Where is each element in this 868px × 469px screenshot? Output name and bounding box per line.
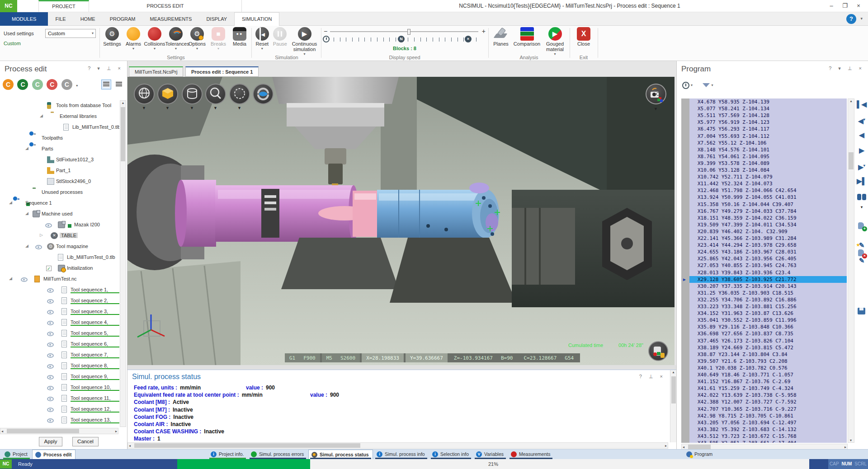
gcode-line[interactable]: X6.475 Y56.293 Z-104.117: [689, 126, 847, 132]
gcode-line[interactable]: X28.013 Y39.843 Z-103.936 C23.4: [689, 269, 847, 276]
tree-row[interactable]: ◢Sequence 1: [0, 198, 119, 209]
used-settings-select[interactable]: Custom▾: [45, 29, 96, 38]
close-simulation-button[interactable]: X Close: [573, 27, 594, 47]
reset-button[interactable]: ◀ Reset▾: [253, 27, 271, 56]
gcode-line[interactable]: X10.06 Y53.128 Z-104.084: [689, 167, 847, 174]
visibility-eye-icon[interactable]: [21, 277, 28, 282]
gcode-line[interactable]: X41.61 Y15.259 Z-103.749 C-4.324: [689, 385, 847, 392]
visibility-eye-icon[interactable]: [47, 386, 54, 390]
resequence-icon[interactable]: C: [17, 79, 28, 90]
tree-row[interactable]: Tool sequence 4,: [0, 317, 119, 328]
gcode-line[interactable]: X15.358 Y50.16 Z-104.044 C39.407: [689, 201, 847, 208]
chevron-down-icon[interactable]: ▼: [654, 107, 658, 111]
selection-circle-button[interactable]: [229, 84, 250, 104]
gcode-line[interactable]: X41.152 Y16.867 Z-103.76 C-2.69: [689, 378, 847, 385]
visibility-eye-icon[interactable]: [47, 342, 54, 347]
visibility-eye-icon[interactable]: [47, 418, 54, 423]
tree-row[interactable]: Tool sequence 3,: [0, 306, 119, 317]
bottom-tab-simul-process-errors[interactable]: Simul. process errors: [248, 450, 307, 460]
visibility-eye-icon[interactable]: [47, 364, 54, 369]
speed-plus-icon[interactable]: +: [482, 28, 486, 35]
gcode-line[interactable]: X9.399 Y53.578 Z-104.089: [689, 160, 847, 167]
resequence-options-icon[interactable]: C: [61, 79, 72, 90]
gcode-line[interactable]: X5.077 Y58.241 Z-104.134: [689, 105, 847, 112]
tree-row[interactable]: Toolpaths: [0, 133, 119, 144]
filter-funnel-icon[interactable]: [703, 83, 710, 87]
tree-caret-icon[interactable]: ◢: [25, 211, 28, 216]
chevron-down-icon[interactable]: ▼: [190, 106, 194, 110]
gcode-line[interactable]: X42.98 Y8.715 Z-103.705 C-10.861: [689, 413, 847, 419]
checkbox-icon[interactable]: ✓: [46, 266, 52, 271]
list-view-button[interactable]: [101, 80, 111, 89]
minimize-icon[interactable]: –: [826, 1, 837, 10]
zoom-button[interactable]: [205, 84, 226, 104]
gcode-line[interactable]: X24.655 Y43.186 Z-103.967 C28.031: [689, 249, 847, 255]
back-to-filter-button[interactable]: ◀▾: [856, 114, 868, 126]
resequence-tool-icon[interactable]: C: [32, 79, 43, 90]
tree-row[interactable]: Tool sequence 9,: [0, 371, 119, 382]
gcode-line[interactable]: X5.977 Y56.919 Z-104.123: [689, 119, 847, 126]
tree-row[interactable]: ▷✕TABLE: [0, 230, 119, 241]
visibility-eye-icon[interactable]: [47, 310, 54, 314]
context-group-process-edit[interactable]: PROCESS EDIT: [89, 0, 242, 12]
continuous-simulation-button[interactable]: ▶ Continuous simulation▾: [289, 27, 320, 56]
tree-row[interactable]: Lib_MillTurnTest_0.tlb: [0, 252, 119, 263]
gcode-line[interactable]: X18.151 Y48.359 Z-104.022 C36.159: [689, 215, 847, 221]
cancel-button[interactable]: Cancel: [72, 437, 99, 446]
tree-row[interactable]: Part_1: [0, 165, 119, 176]
play-forward-button[interactable]: ▶: [856, 145, 868, 156]
tree-row[interactable]: Unused processes: [0, 187, 119, 198]
chevron-down-icon[interactable]: ▾: [691, 83, 693, 87]
gcode-line[interactable]: X31.25 Y36.035 Z-103.903 C18.515: [689, 290, 847, 296]
apply-button[interactable]: Apply: [39, 437, 62, 446]
tree-row[interactable]: ◢Machine used: [0, 209, 119, 220]
horizontal-splitter[interactable]: [127, 365, 676, 370]
planes-button[interactable]: Planes: [491, 27, 512, 56]
gcode-line[interactable]: X35.89 Y29.116 Z-103.848 C10.366: [689, 324, 847, 330]
ribbon-tab-measurements[interactable]: MEASUREMENTS: [142, 12, 199, 26]
resequence-all-icon[interactable]: C: [3, 79, 14, 90]
gcode-line[interactable]: X40.649 Y18.46 Z-103.771 C-1.057: [689, 371, 847, 378]
gcode-line[interactable]: X27.053 Y40.855 Z-103.945 C24.763: [689, 262, 847, 269]
gcode-line[interactable]: X34.152 Y31.963 Z-103.87 C13.626: [689, 310, 847, 317]
gcode-line[interactable]: X4.678 Y58.935 Z-104.139: [689, 98, 847, 105]
gcode-line[interactable]: X19.509 Y47.399 Z-104.011 C34.534: [689, 221, 847, 228]
tree-caret-icon[interactable]: ◢: [25, 146, 28, 150]
visibility-eye-icon[interactable]: [47, 353, 54, 358]
bottom-tab-measurements[interactable]: Measurements: [508, 450, 554, 460]
tree-row[interactable]: Lib_MillTurnTest_0.tlb: [0, 122, 119, 133]
program-panel-header-icons[interactable]: ? ▾ ⊥ ×: [829, 66, 864, 71]
gcode-line[interactable]: X42.022 Y13.639 Z-103.738 C-5.958: [689, 392, 847, 399]
gcode-line[interactable]: X43.382 Y5.392 Z-103.683 C-14.132: [689, 426, 847, 433]
speed-slider-thumb[interactable]: [407, 29, 410, 35]
speed-minus-icon[interactable]: −: [324, 28, 327, 35]
tree-row[interactable]: ◢MillTurnTest.nc: [0, 274, 119, 285]
time-filter-icon[interactable]: [682, 82, 689, 89]
save-button[interactable]: [856, 305, 868, 317]
gcode-line[interactable]: X43.205 Y7.056 Z-103.694 C-12.497: [689, 419, 847, 426]
chevron-down-icon[interactable]: ▼: [165, 106, 170, 110]
gcode-line[interactable]: X16.767 Y49.279 Z-104.033 C37.784: [689, 208, 847, 215]
tree-row[interactable]: Tool sequence 8,: [0, 361, 119, 371]
gcode-line[interactable]: X8.761 Y54.061 Z-104.095: [689, 153, 847, 160]
status-panel-header-icons[interactable]: ? ⊥ ×: [639, 374, 665, 380]
gcode-line[interactable]: X37.465 Y26.173 Z-103.826 C7.104: [689, 338, 847, 344]
tree-caret-icon[interactable]: ◢: [25, 244, 28, 248]
gcode-line[interactable]: X36.698 Y27.656 Z-103.837 C8.735: [689, 330, 847, 337]
gcode-line[interactable]: X42.388 Y12.007 Z-103.727 C-7.592: [689, 399, 847, 405]
tree-row[interactable]: Tool sequence 1,: [0, 285, 119, 295]
chevron-down-icon[interactable]: ▾: [76, 84, 78, 88]
gcode-line[interactable]: X35.041 Y30.552 Z-103.859 C11.996: [689, 317, 847, 324]
help-icon[interactable]: ?: [846, 14, 856, 24]
tree-row[interactable]: Tool sequence 10,: [0, 382, 119, 393]
tolerances-button[interactable]: Tolerances▾: [165, 27, 187, 51]
gcode-line[interactable]: X30.207 Y37.335 Z-103.914 C20.143: [689, 283, 847, 290]
tree-row[interactable]: ◢Parts: [0, 144, 119, 155]
gcode-line[interactable]: X43.595 Y2.051 Z-103.661 C-17.404: [689, 440, 847, 443]
speed-max-badge[interactable]: ×: [465, 36, 472, 42]
visibility-eye-icon[interactable]: [47, 288, 54, 293]
gcode-line[interactable]: X39.507 Y21.6 Z-103.793 C2.208: [689, 358, 847, 365]
rotate-view-button[interactable]: [253, 84, 274, 104]
media-button[interactable]: ●● Media: [229, 27, 250, 51]
speed-clock-icon[interactable]: [323, 36, 330, 42]
